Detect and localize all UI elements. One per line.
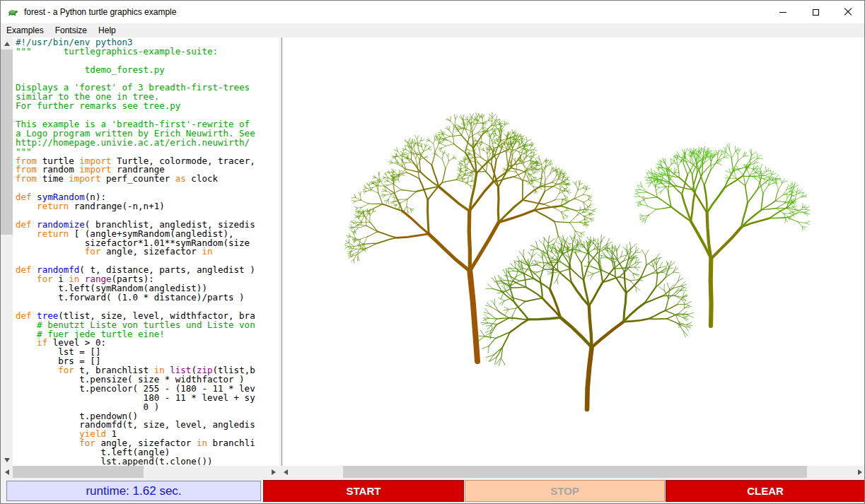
turtle-app-icon [7,6,18,18]
maximize-icon [813,9,819,16]
fractal-tree-left-large-tree [345,112,596,361]
menu-help[interactable]: Help [93,24,122,37]
code-line: tdemo_forest.py [16,66,279,75]
fractal-tree-right-tree [634,143,810,326]
code-scroll-right-button[interactable] [267,466,279,478]
window-controls [767,1,864,23]
fractal-tree-middle-tree [477,235,694,409]
code-line: lst.append(t.clone()) [16,457,279,466]
menu-examples[interactable]: Examples [1,24,50,37]
minimize-icon [779,12,786,13]
arrow-up-icon [4,42,10,46]
canvas-scroll-right-button[interactable] [854,466,865,478]
clear-button[interactable]: CLEAR [666,480,865,502]
arrow-left-icon [284,469,288,475]
code-scroll-left-button[interactable] [1,466,13,478]
canvas-horizontal-scrollbar[interactable] [279,466,865,478]
close-icon [844,8,852,16]
stop-button[interactable]: STOP [465,480,665,502]
code-line: For further remarks see tree.py [16,102,279,111]
code-line: for angle, sizefactor in [16,247,279,257]
maximize-button[interactable] [799,1,832,23]
minimize-button[interactable] [767,1,799,23]
arrow-right-icon [272,469,276,475]
titlebar: forest - a Python turtle graphics exampl… [1,1,864,23]
code-vertical-scrollbar[interactable] [1,37,13,466]
scroll-down-button[interactable] [1,454,13,466]
code-hscroll-thumb[interactable] [13,466,144,478]
code-line: return randrange(-n,n+1) [16,202,279,211]
menubar: Examples Fontsize Help [1,23,864,37]
code-text: #!/usr/bin/env python3""" turtlegraphics… [16,38,279,466]
code-line: """ turtlegraphics-example-suite: [16,47,279,57]
start-button[interactable]: START [263,480,464,502]
code-horizontal-scrollbar[interactable] [1,466,279,478]
arrow-right-icon [858,469,862,475]
code-line: from time import perf_counter as clock [16,175,279,184]
menu-fontsize[interactable]: Fontsize [50,24,93,37]
runtime-label: runtime: 1.62 sec. [6,481,261,501]
close-button[interactable] [832,1,864,23]
status-bar: runtime: 1.62 sec. START STOP CLEAR [1,478,864,504]
window-title: forest - a Python turtle graphics exampl… [24,7,176,17]
arrow-down-icon [4,458,10,462]
code-pane[interactable]: #!/usr/bin/env python3""" turtlegraphics… [13,37,279,466]
canvas-hscroll-thumb[interactable] [343,466,807,478]
code-line: http://homepage.univie.ac.at/erich.neuwi… [16,139,279,148]
canvas-scroll-left-button[interactable] [279,466,291,478]
turtle-canvas[interactable] [281,37,865,466]
forest-drawing [282,37,865,466]
code-line: t.forward( (1.0 * distance)/parts ) [16,293,279,303]
code-vscroll-thumb[interactable] [1,49,13,235]
scroll-up-button[interactable] [1,37,13,49]
app-window: forest - a Python turtle graphics exampl… [0,0,865,504]
arrow-left-icon [5,469,9,475]
